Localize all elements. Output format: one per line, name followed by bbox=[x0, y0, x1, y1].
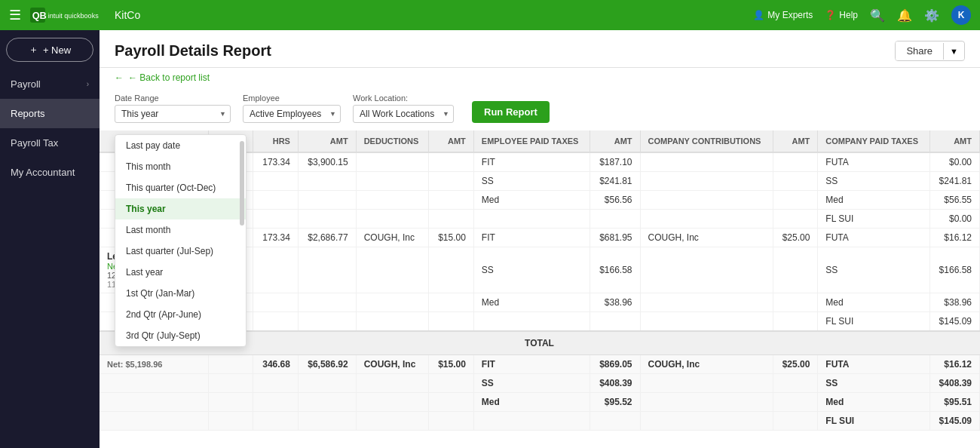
dropdown-item-2nd-qtr[interactable]: 2nd Qtr (Apr-June) bbox=[115, 304, 246, 325]
svg-text:intuit quickbooks: intuit quickbooks bbox=[48, 12, 100, 20]
search-icon[interactable]: 🔍 bbox=[870, 8, 885, 23]
new-button[interactable]: ＋ + New bbox=[6, 38, 93, 62]
work-location-select-wrapper: All Work Locations bbox=[353, 105, 454, 123]
emp-tax-cell: FIT bbox=[473, 152, 590, 172]
comp-tax-amt-cell: $56.55 bbox=[929, 191, 979, 210]
chevron-right-icon: › bbox=[87, 80, 89, 88]
total-tax-row: SS $408.39 SS $408.39 bbox=[100, 374, 980, 393]
logo: QB intuit quickbooks bbox=[30, 7, 106, 23]
col-ded-amt: AMT bbox=[429, 130, 474, 152]
share-label[interactable]: Share bbox=[896, 41, 943, 60]
back-arrow-icon: ← bbox=[115, 72, 124, 83]
emp-tax-cell: Med bbox=[473, 191, 590, 210]
comp-contrib-cell bbox=[640, 152, 773, 172]
breadcrumb[interactable]: ← ← Back to report list bbox=[100, 68, 980, 87]
comp-tax-cell: Med bbox=[818, 191, 929, 210]
gear-icon[interactable]: ⚙️ bbox=[924, 8, 939, 23]
my-experts-button[interactable]: 👤 My Experts bbox=[753, 10, 813, 20]
quickbooks-logo: QB intuit quickbooks bbox=[30, 7, 106, 23]
col-amt1: AMT bbox=[298, 130, 356, 152]
dropdown-item-1st-qtr[interactable]: 1st Qtr (Jan-Mar) bbox=[115, 283, 246, 304]
total-data-row: Net: $5,198.96 346.68 $6,586.92 COUGH, I… bbox=[100, 355, 980, 374]
nav-right: 👤 My Experts ❓ Help 🔍 🔔 ⚙️ K bbox=[753, 5, 971, 25]
svg-text:QB: QB bbox=[32, 10, 47, 21]
dropdown-item-last-pay-date[interactable]: Last pay date bbox=[115, 135, 246, 156]
employee-select[interactable]: Active Employees All Employees bbox=[243, 105, 341, 123]
emp-tax-amt-cell: $56.56 bbox=[590, 191, 640, 210]
date-range-filter: Date Range Last pay date This month This… bbox=[115, 94, 231, 123]
emp-tax-amt-cell: $241.81 bbox=[590, 172, 640, 191]
comp-tax-amt-cell: $0.00 bbox=[929, 210, 979, 229]
sidebar-item-my-accountant[interactable]: My Accountant bbox=[0, 158, 100, 187]
total-tax-row2: Med $95.52 Med $95.51 bbox=[100, 393, 980, 412]
company-name: KitCo bbox=[115, 9, 140, 21]
col-deductions: DEDUCTIONS bbox=[356, 130, 429, 152]
employee-select-wrapper: Active Employees All Employees bbox=[243, 105, 341, 123]
comp-tax-amt-cell: $0.00 bbox=[929, 152, 979, 172]
emp-tax-amt-cell: $187.10 bbox=[590, 152, 640, 172]
share-dropdown-arrow[interactable]: ▼ bbox=[943, 43, 964, 60]
bell-icon[interactable]: 🔔 bbox=[897, 8, 912, 23]
comp-tax-cell: FL SUI bbox=[818, 210, 929, 229]
date-range-label: Date Range bbox=[115, 94, 231, 103]
date-range-dropdown: Last pay date This month This quarter (O… bbox=[115, 134, 247, 347]
plus-icon: ＋ bbox=[29, 43, 38, 57]
run-report-button[interactable]: Run Report bbox=[472, 101, 550, 123]
col-comp-taxes: COMPANY PAID TAXES bbox=[818, 130, 929, 152]
dropdown-scrollbar bbox=[240, 141, 244, 226]
sidebar-item-payroll-tax[interactable]: Payroll Tax bbox=[0, 128, 100, 158]
col-comp-contrib: COMPANY CONTRIBUTIONS bbox=[640, 130, 773, 152]
sidebar-items: Payroll › Reports Payroll Tax My Account… bbox=[0, 69, 100, 187]
filters-bar: Date Range Last pay date This month This… bbox=[100, 87, 980, 130]
nav-left: ☰ QB intuit quickbooks KitCo bbox=[9, 7, 140, 23]
ded-amt-cell bbox=[429, 152, 474, 172]
col-emp-amt: AMT bbox=[590, 130, 640, 152]
col-comp-amt: AMT bbox=[773, 130, 818, 152]
dropdown-item-last-quarter[interactable]: Last quarter (Jul-Sep) bbox=[115, 241, 246, 262]
help-icon: ❓ bbox=[825, 10, 836, 20]
date-range-select-wrapper: Last pay date This month This quarter (O… bbox=[115, 105, 231, 123]
comp-contrib-amt-cell bbox=[773, 152, 818, 172]
help-button[interactable]: ❓ Help bbox=[825, 10, 858, 20]
hamburger-icon[interactable]: ☰ bbox=[9, 7, 21, 23]
comp-tax-cell: SS bbox=[818, 172, 929, 191]
col-comp-tax-amt: AMT bbox=[929, 130, 979, 152]
avatar[interactable]: K bbox=[951, 5, 971, 25]
total-tax-row3: FL SUI $145.09 bbox=[100, 412, 980, 431]
dropdown-item-3rd-qtr[interactable]: 3rd Qtr (July-Sept) bbox=[115, 325, 246, 346]
main-content: Payroll Details Report Share ▼ ← ← Back … bbox=[100, 30, 980, 448]
deduction-cell bbox=[356, 152, 429, 172]
emp-tax-cell: SS bbox=[473, 172, 590, 191]
page-title: Payroll Details Report bbox=[115, 42, 271, 60]
col-hrs: HRS bbox=[253, 130, 299, 152]
person-icon: 👤 bbox=[753, 10, 764, 20]
sidebar-item-payroll[interactable]: Payroll › bbox=[0, 69, 100, 99]
hrs-cell: 173.34 bbox=[253, 152, 299, 172]
comp-tax-amt-cell: $241.81 bbox=[929, 172, 979, 191]
dropdown-item-this-quarter[interactable]: This quarter (Oct-Dec) bbox=[115, 177, 246, 198]
share-button[interactable]: Share ▼ bbox=[895, 41, 965, 61]
comp-tax-cell: FUTA bbox=[818, 152, 929, 172]
work-location-select[interactable]: All Work Locations bbox=[353, 105, 454, 123]
sidebar: ＋ + New Payroll › Reports Payroll Tax My… bbox=[0, 30, 100, 448]
top-nav: ☰ QB intuit quickbooks KitCo 👤 My Expert… bbox=[0, 0, 980, 30]
sidebar-item-reports[interactable]: Reports bbox=[0, 99, 100, 128]
dropdown-item-this-year[interactable]: This year bbox=[115, 198, 246, 219]
date-range-select[interactable]: Last pay date This month This quarter (O… bbox=[115, 105, 231, 123]
employee-filter: Employee Active Employees All Employees bbox=[243, 94, 341, 123]
dropdown-item-last-year[interactable]: Last year bbox=[115, 262, 246, 283]
col-emp-taxes: EMPLOYEE PAID TAXES bbox=[473, 130, 590, 152]
net-total: $5,198.96 bbox=[125, 360, 162, 369]
dropdown-item-this-month[interactable]: This month bbox=[115, 156, 246, 177]
page-header: Payroll Details Report Share ▼ bbox=[100, 30, 980, 68]
dropdown-item-last-month[interactable]: Last month bbox=[115, 219, 246, 241]
work-location-filter: Work Location: All Work Locations bbox=[353, 94, 454, 123]
employee-label: Employee bbox=[243, 94, 341, 103]
work-location-label: Work Location: bbox=[353, 94, 454, 103]
pay-amt-cell: $3,900.15 bbox=[298, 152, 356, 172]
